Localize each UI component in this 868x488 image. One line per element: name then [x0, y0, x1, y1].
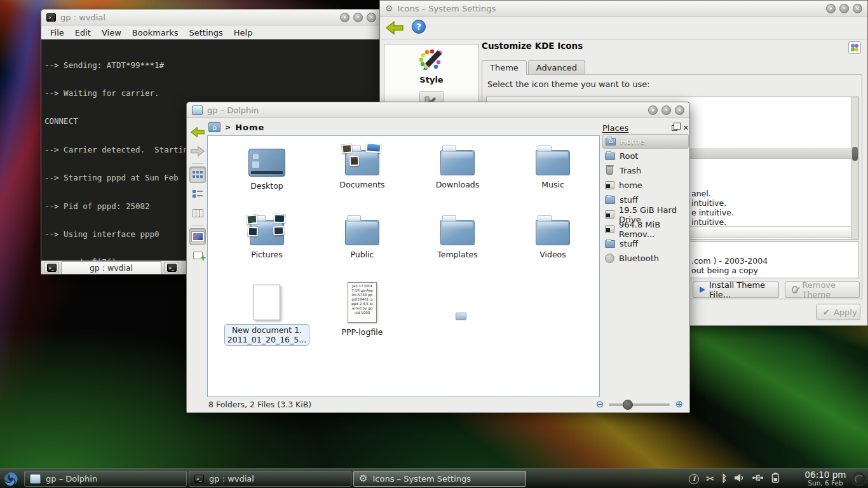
close-button[interactable]: ✕ — [675, 105, 684, 115]
panel-cashew-icon[interactable] — [851, 471, 866, 486]
trash-icon — [606, 166, 613, 175]
tab-list-button[interactable]: >_ — [164, 262, 179, 273]
new-tab-button[interactable]: >_ — [44, 262, 59, 273]
menu-bookmarks[interactable]: Bookmarks — [132, 28, 179, 37]
close-button[interactable]: ✕ — [367, 13, 376, 22]
file-item-ppp-logfile[interactable]: Jan 17 09:4 7:18 gp-Asp ire-5738 pp pd[1… — [315, 282, 410, 346]
forward-button[interactable] — [189, 143, 206, 159]
maximize-button[interactable]: • — [839, 4, 849, 13]
list-scrollbar[interactable] — [851, 97, 858, 239]
clock-date: Sun, 6 Feb — [802, 480, 849, 487]
terminal-titlebar[interactable]: >_ gp : wvdial ▾ • ✕ — [41, 10, 381, 25]
places-item-bluetooth[interactable]: Bluetooth — [602, 251, 689, 266]
icon-view-icon — [193, 171, 203, 179]
task-label: gp : wvdial — [209, 474, 254, 484]
folder-item-music[interactable]: Music — [505, 142, 600, 197]
task-label: gp – Dolphin — [46, 474, 97, 484]
split-view-button[interactable]: + — [189, 247, 206, 264]
menu-view[interactable]: View — [102, 28, 121, 37]
maximize-button[interactable]: • — [661, 105, 671, 115]
folder-item-documents[interactable]: Documents — [315, 142, 410, 197]
places-item-trash[interactable]: Trash — [602, 163, 689, 178]
theme-list-row[interactable]: anel. — [691, 189, 711, 198]
folder-icon — [605, 240, 615, 248]
places-item-home-partition[interactable]: home — [602, 178, 689, 193]
breadcrumb-home[interactable]: Home — [235, 123, 264, 132]
toolbar-separator — [192, 225, 203, 226]
remove-theme-button[interactable]: Remove Theme — [785, 281, 860, 298]
close-button[interactable]: ✕ — [853, 4, 862, 13]
tab-advanced[interactable]: Advanced — [528, 60, 585, 75]
volume-icon[interactable] — [734, 473, 745, 485]
close-panel-icon[interactable]: ✕ — [683, 124, 689, 132]
taskbar-task-wvdial[interactable]: >_ gp : wvdial — [189, 471, 351, 487]
back-button[interactable] — [384, 19, 405, 37]
menu-settings[interactable]: Settings — [189, 28, 222, 37]
maximize-button[interactable]: • — [353, 13, 363, 22]
taskbar-task-dolphin[interactable]: gp – Dolphin — [24, 471, 187, 487]
menu-edit[interactable]: Edit — [75, 28, 91, 37]
minimize-button[interactable]: ▾ — [826, 4, 836, 13]
install-theme-label: Install Theme File... — [709, 280, 772, 299]
dolphin-titlebar[interactable]: gp – Dolphin ▾ • ✕ — [187, 102, 689, 118]
folder-icon — [536, 220, 570, 245]
dolphin-file-view: Desktop Documents Downloads Music — [207, 135, 600, 397]
zoom-slider[interactable] — [609, 403, 670, 406]
terminal-line: --> Waiting for carrier. — [44, 89, 378, 98]
terminal-menubar: File Edit View Bookmarks Settings Help — [41, 25, 381, 39]
zoom-in-icon[interactable]: ⊕ — [675, 400, 683, 409]
task-label: Icons – System Settings — [372, 474, 471, 484]
theme-list-row[interactable]: e intuitive. — [691, 208, 734, 217]
help-button[interactable]: ? — [412, 20, 426, 34]
hard-drive-icon — [605, 181, 614, 189]
minimize-button[interactable]: ▾ — [340, 13, 349, 22]
terminal-tab[interactable]: gp : wvdial — [61, 261, 161, 274]
details-view-button[interactable] — [189, 186, 206, 202]
places-item-root[interactable]: Root — [602, 149, 689, 163]
places-label: home — [619, 180, 642, 190]
install-theme-button[interactable]: Install Theme File... — [693, 281, 779, 298]
apply-button[interactable]: ✔ Apply — [816, 304, 860, 320]
detach-panel-icon[interactable] — [672, 125, 677, 131]
folder-item-pictures[interactable]: Pictures — [219, 212, 315, 267]
minimize-button[interactable]: ▾ — [648, 105, 658, 115]
back-arrow-icon — [386, 21, 403, 35]
folder-item-templates[interactable]: Templates — [410, 212, 505, 267]
taskbar-task-system-settings[interactable]: ⚙ Icons – System Settings — [353, 471, 526, 487]
icon-view-button[interactable] — [189, 166, 206, 183]
settings-titlebar[interactable]: ⚙ Icons – System Settings ▾ • ✕ — [380, 1, 867, 17]
folder-label: Desktop — [250, 181, 283, 191]
menu-file[interactable]: File — [50, 28, 64, 37]
zoom-out-icon[interactable]: ⊖ — [596, 400, 604, 409]
zoom-slider-knob[interactable] — [623, 400, 633, 410]
clipboard-scissors-icon[interactable]: ✂ — [706, 474, 714, 484]
file-item-new-document[interactable]: New document 1. 2011_01_20_16_5... — [219, 282, 315, 346]
back-button[interactable] — [189, 124, 206, 140]
digital-clock[interactable]: 06:10 pm Sun, 6 Feb — [802, 470, 849, 488]
theme-list-row[interactable]: intuitive. — [691, 198, 726, 208]
app-launcher-button[interactable] — [1, 470, 20, 487]
folder-label: Templates — [437, 250, 478, 259]
places-label: Bluetooth — [619, 254, 659, 263]
bluetooth-icon[interactable]: ᛒ — [721, 474, 727, 484]
battery-icon[interactable] — [771, 472, 780, 486]
places-item-home[interactable]: ⌂ Home — [602, 134, 689, 149]
preview-button[interactable] — [189, 228, 206, 245]
folder-item-videos[interactable]: Videos — [505, 212, 600, 267]
folder-item-desktop[interactable]: Desktop — [219, 142, 315, 197]
menu-help[interactable]: Help — [234, 28, 253, 37]
scrollbar-thumb[interactable] — [852, 147, 858, 161]
places-item-removable[interactable]: 964.8 MiB Remov... — [602, 222, 689, 236]
notifications-icon[interactable]: i — [689, 474, 699, 484]
tab-theme[interactable]: Theme — [482, 60, 527, 75]
desktop-folder-icon — [248, 149, 285, 177]
home-icon[interactable]: ⌂ — [208, 122, 220, 132]
remove-theme-label: Remove Theme — [802, 280, 853, 299]
desktop-wallpaper: >_ gp : wvdial ▾ • ✕ File Edit View Book… — [0, 0, 868, 488]
theme-list-row[interactable]: intuitive. — [691, 217, 726, 227]
check-icon: ✔ — [823, 308, 830, 317]
folder-item-public[interactable]: Public — [315, 212, 410, 267]
usb-device-notifier-icon[interactable] — [752, 473, 764, 485]
columns-view-button[interactable] — [189, 205, 206, 221]
folder-item-downloads[interactable]: Downloads — [410, 142, 505, 197]
